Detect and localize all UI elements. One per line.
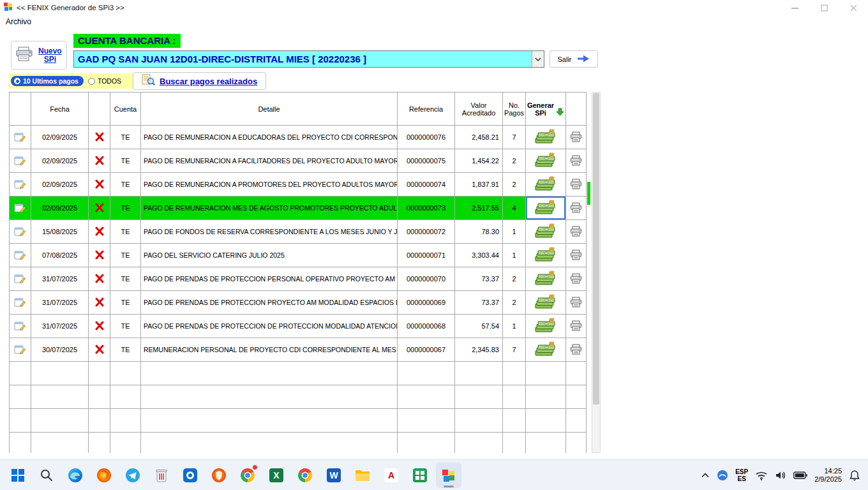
empty-cell [110, 362, 141, 385]
generar-spi-button[interactable] [526, 126, 566, 149]
scrollbar-thumb[interactable] [593, 93, 599, 405]
brave-icon[interactable] [206, 463, 232, 488]
generar-spi-button[interactable] [526, 244, 566, 267]
print-row-button[interactable] [566, 338, 587, 362]
fenix-active-icon[interactable] [436, 463, 461, 488]
chrome-icon[interactable] [292, 463, 318, 488]
clock[interactable]: 14:25 2/9/2025 [814, 467, 842, 484]
print-row-button[interactable] [566, 291, 587, 315]
telegram-icon[interactable] [120, 463, 146, 488]
edit-row-icon[interactable] [10, 338, 31, 362]
edit-row-icon[interactable] [10, 126, 31, 149]
generar-spi-button[interactable] [526, 267, 566, 291]
generar-spi-button[interactable] [526, 315, 566, 338]
search-document-icon [142, 74, 155, 88]
edit-row-icon[interactable] [10, 173, 31, 197]
file-explorer-icon[interactable] [350, 463, 375, 488]
print-row-button[interactable] [566, 126, 587, 149]
speaker-icon[interactable] [775, 470, 786, 480]
excel-icon[interactable]: X [264, 463, 289, 488]
edit-row-icon[interactable] [10, 315, 31, 338]
table-row[interactable]: 15/08/2025TEPAGO DE FONDOS DE RESERVA CO… [10, 220, 587, 244]
table-row[interactable]: 02/09/2025TEPAGO DE REMUNERACION MES DE … [10, 197, 587, 220]
header-generar-spi[interactable]: Generar SPi [526, 93, 566, 126]
table-scrollbar[interactable] [592, 92, 601, 453]
menu-archivo[interactable]: Archivo [6, 17, 31, 26]
print-row-button[interactable] [566, 197, 587, 220]
table-row[interactable]: 07/08/2025TEPAGO DEL SERVICIO CATERING J… [10, 244, 587, 267]
table-row[interactable]: 31/07/2025TEPAGO DE PRENDAS DE PROTECCIO… [10, 267, 587, 291]
delete-row-button[interactable] [89, 220, 110, 244]
cell-no-pagos: 1 [503, 315, 526, 338]
app-window: << FENIX Generador de SPi3 >> Archivo Nu… [0, 0, 868, 490]
table-row[interactable]: 31/07/2025TEPAGO DE PRENDAS DE PROTECCIO… [10, 315, 587, 338]
close-button[interactable] [839, 0, 868, 15]
clock-time: 14:25 [814, 467, 842, 475]
tray-app-icon[interactable] [717, 470, 728, 481]
generar-spi-button[interactable] [526, 220, 566, 244]
tray-chevron-up-icon[interactable] [701, 472, 710, 479]
cell-no-pagos: 2 [503, 149, 526, 173]
delete-row-button[interactable] [89, 244, 110, 267]
delete-row-button[interactable] [89, 197, 110, 220]
delete-row-button[interactable] [89, 291, 110, 315]
edit-row-icon[interactable] [10, 220, 31, 244]
edit-row-icon[interactable] [10, 244, 31, 267]
radio-10-ultimos-pagos[interactable]: 10 Ultimos pagos [11, 76, 84, 86]
edge-icon[interactable] [63, 463, 88, 488]
cuenta-bancaria-label: CUENTA BANCARIA : [73, 34, 181, 48]
radio-todos[interactable]: TODOS [88, 77, 121, 85]
search-icon[interactable] [34, 463, 59, 488]
generar-spi-button[interactable] [526, 291, 566, 315]
edit-row-icon[interactable] [10, 267, 31, 291]
table-row[interactable]: 31/07/2025TEPAGO DE PRENDAS DE PROTECCIO… [10, 291, 587, 315]
firefox-icon[interactable] [91, 463, 117, 488]
generar-spi-button[interactable] [526, 149, 566, 173]
language-line2: ES [735, 475, 748, 482]
bank-account-dropdown[interactable]: GAD PQ SAN JUAN 12D01-DIREC-DISTRITAL MI… [73, 50, 544, 68]
generar-spi-button[interactable] [526, 197, 566, 220]
dropdown-chevron-icon[interactable] [532, 51, 544, 67]
table-row[interactable]: 02/09/2025TEPAGO DE REMUNERACION A FACIL… [10, 149, 587, 173]
print-row-button[interactable] [566, 244, 587, 267]
empty-cell [398, 362, 455, 385]
notification-bell-icon[interactable] [849, 470, 860, 481]
edit-row-icon[interactable] [10, 197, 31, 220]
table-row[interactable]: 30/07/2025TEREMUNERACION PERSONAL DE PRO… [10, 338, 587, 362]
print-row-button[interactable] [566, 220, 587, 244]
wifi-icon[interactable] [755, 470, 768, 480]
minimize-button[interactable] [780, 0, 809, 15]
delete-row-button[interactable] [89, 173, 110, 197]
table-row[interactable]: 02/09/2025TEPAGO DE REMUNERACION A PROMO… [10, 173, 587, 197]
delete-row-button[interactable] [89, 267, 110, 291]
word-icon[interactable]: W [321, 463, 347, 488]
delete-row-button[interactable] [89, 315, 110, 338]
print-row-button[interactable] [566, 315, 587, 338]
print-row-button[interactable] [566, 173, 587, 197]
cell-fecha: 31/07/2025 [31, 267, 89, 291]
green-app-icon[interactable] [407, 463, 433, 488]
chrome-badged-icon[interactable] [235, 463, 260, 488]
nuevo-spi-button[interactable]: Nuevo SPi [11, 41, 67, 70]
generar-spi-button[interactable] [526, 173, 566, 197]
start-icon[interactable] [5, 463, 31, 488]
edit-row-icon[interactable] [10, 149, 31, 173]
table-row[interactable]: 02/09/2025TEPAGO DE REMUNERACION A EDUCA… [10, 126, 587, 149]
delete-row-button[interactable] [89, 149, 110, 173]
delete-row-button[interactable] [89, 126, 110, 149]
acrobat-icon[interactable]: A [378, 463, 404, 488]
recycle-bin-icon[interactable] [149, 463, 174, 488]
battery-icon[interactable] [793, 471, 807, 479]
print-row-button[interactable] [566, 149, 587, 173]
delete-row-button[interactable] [89, 338, 110, 362]
cell-referencia: 0000000076 [398, 126, 455, 149]
empty-cell [31, 409, 89, 433]
salir-button[interactable]: Salir [550, 50, 598, 68]
edit-row-icon[interactable] [10, 291, 31, 315]
print-row-button[interactable] [566, 267, 587, 291]
blue-app-icon[interactable] [177, 463, 203, 488]
buscar-pagos-button[interactable]: Buscar pagos realizados [133, 72, 266, 90]
maximize-button[interactable] [809, 0, 839, 15]
language-indicator[interactable]: ESP ES [735, 468, 748, 482]
generar-spi-button[interactable] [526, 338, 566, 362]
